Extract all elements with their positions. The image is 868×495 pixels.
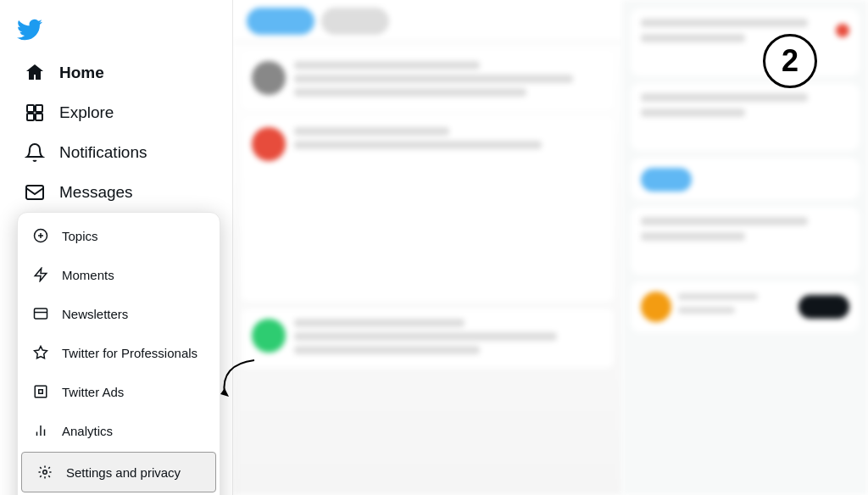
sidebar: HomeExploreNotificationsMessagesBookmark… [0, 0, 233, 495]
dropdown-label-moments: Moments [62, 268, 114, 282]
main-content [233, 0, 622, 495]
dropdown-label-analytics: Analytics [62, 424, 113, 438]
svg-rect-4 [26, 186, 43, 199]
dropdown-label-twitter-for-professionals: Twitter for Professionals [62, 346, 198, 360]
dropdown-label-topics: Topics [62, 229, 98, 243]
sidebar-item-messages[interactable]: Messages [7, 173, 225, 212]
dropdown-item-twitter-ads[interactable]: Twitter Ads [18, 372, 220, 411]
twitter-for-professionals-icon [31, 343, 50, 362]
home-icon [24, 62, 46, 84]
dropdown-menu: TopicsMomentsNewslettersTwitter for Prof… [17, 212, 220, 495]
svg-rect-3 [36, 114, 42, 120]
sidebar-item-notifications[interactable]: Notifications [7, 133, 225, 172]
dropdown-item-newsletters[interactable]: Newsletters [18, 294, 220, 333]
svg-point-18 [43, 470, 47, 475]
sidebar-item-home[interactable]: Home [7, 53, 225, 92]
dropdown-label-settings-privacy: Settings and privacy [66, 465, 181, 480]
dropdown-item-twitter-for-professionals[interactable]: Twitter for Professionals [18, 333, 220, 372]
twitter-logo[interactable] [0, 7, 232, 53]
dropdown-item-settings-privacy[interactable]: Settings and privacy [21, 452, 216, 492]
topics-icon [31, 226, 50, 245]
dropdown-label-newsletters: Newsletters [62, 307, 128, 321]
right-sidebar [622, 0, 868, 495]
svg-rect-1 [36, 105, 42, 112]
explore-icon [24, 102, 46, 124]
twitter-ads-icon [31, 382, 50, 401]
svg-rect-0 [27, 105, 34, 112]
annotation-number: 2 [763, 34, 817, 88]
sidebar-label-notifications: Notifications [59, 143, 147, 162]
svg-rect-14 [35, 386, 47, 398]
dropdown-item-moments[interactable]: Moments [18, 255, 220, 294]
sidebar-label-home: Home [59, 64, 104, 82]
analytics-icon [31, 421, 50, 440]
dropdown-item-analytics[interactable]: Analytics [18, 411, 220, 450]
dropdown-item-topics[interactable]: Topics [18, 216, 220, 255]
messages-icon [24, 181, 46, 203]
sidebar-label-messages: Messages [59, 183, 133, 202]
newsletters-icon [31, 304, 50, 323]
svg-rect-12 [35, 309, 47, 319]
svg-rect-2 [27, 114, 34, 120]
moments-icon [31, 265, 50, 284]
sidebar-item-explore[interactable]: Explore [7, 93, 225, 132]
notifications-icon [24, 142, 46, 164]
settings-privacy-icon [36, 463, 54, 481]
dropdown-label-twitter-ads: Twitter Ads [62, 385, 124, 399]
svg-marker-11 [35, 269, 47, 281]
sidebar-label-explore: Explore [59, 103, 114, 122]
